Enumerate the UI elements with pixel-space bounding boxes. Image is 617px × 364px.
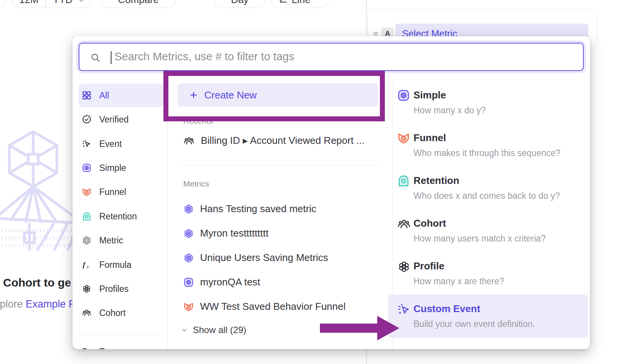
sidebar-item-funnel[interactable]: Funnel xyxy=(79,180,163,204)
type-desc-custom-event: Build your own event definition. xyxy=(413,319,535,329)
sidebar-divider xyxy=(79,334,163,334)
type-title-profile[interactable]: Profile xyxy=(413,260,444,272)
chevron-down-icon xyxy=(181,326,188,334)
retention-icon xyxy=(397,174,410,187)
show-all-button[interactable]: Show all (29) xyxy=(181,325,246,335)
saved-metric-icon xyxy=(183,253,194,263)
line-label: Line xyxy=(292,0,310,6)
saved-metric-icon xyxy=(183,204,194,214)
metric-list-item[interactable]: WW Test Saved Behavior Funnel xyxy=(183,301,346,312)
annotation-highlight-box xyxy=(163,71,385,121)
metric-item-label: WW Test Saved Behavior Funnel xyxy=(200,301,346,312)
sidebar-item-verified[interactable]: Verified xyxy=(79,108,163,131)
type-desc-simple: How many x do y? xyxy=(413,105,486,116)
section-divider xyxy=(178,165,379,165)
sidebar-item-label: Simple xyxy=(99,163,126,173)
saved-metric-icon xyxy=(183,228,194,239)
sidebar-item-label: Formula xyxy=(99,260,131,270)
sidebar-item-retention[interactable]: Retention xyxy=(79,205,163,228)
sidebar-item-cohort[interactable]: Cohort xyxy=(79,301,163,325)
day-label: Day xyxy=(215,0,264,6)
metric-item-label: Myron testtttttttt xyxy=(200,227,268,239)
funnel-icon xyxy=(397,132,410,145)
text-cursor xyxy=(111,51,111,64)
cohort-icon xyxy=(82,308,92,318)
range-12m-button[interactable]: 12M xyxy=(13,0,45,6)
event-cursor-icon xyxy=(82,139,92,149)
search-icon xyxy=(90,52,101,63)
cohort-icon xyxy=(397,217,411,231)
type-title-retention[interactable]: Retention xyxy=(413,175,459,187)
compare-label: Compare xyxy=(102,0,175,6)
profiles-icon xyxy=(397,260,411,274)
sidebar-item-metric[interactable]: Metric xyxy=(79,229,163,252)
type-desc-funnel: Who makes it through this sequence? xyxy=(413,148,560,158)
grid-icon xyxy=(82,90,92,100)
range-ytd-button[interactable]: YTD xyxy=(45,0,80,6)
metric-list-item[interactable]: myronQA test xyxy=(183,276,260,288)
tag-icon xyxy=(82,347,92,349)
annotation-arrow xyxy=(317,313,402,343)
retention-icon xyxy=(82,211,92,221)
sidebar-item-label: Metric xyxy=(99,235,123,246)
recent-item-label: Billing ID ▸ Account Viewed Report ... xyxy=(201,135,365,147)
metric-list-item[interactable]: Unique Users Saving Metrics xyxy=(183,252,328,264)
search-placeholder: Search Metrics, use # to filter to tags xyxy=(115,50,294,63)
app-screen: 12M YTD Compare Day Line A Select Metric xyxy=(0,0,617,364)
metric-item-label: myronQA test xyxy=(200,276,260,288)
metric-search-input[interactable]: Search Metrics, use # to filter to tags xyxy=(79,43,584,71)
granularity-day-button[interactable]: Day xyxy=(215,0,265,8)
sidebar-item-label: Tags xyxy=(99,347,118,350)
type-desc-cohort: How many users match x criteria? xyxy=(413,234,546,244)
sidebar-item-label: Funnel xyxy=(99,187,126,197)
type-desc-profile: How many x are there? xyxy=(413,276,504,287)
date-range-segmented-control[interactable]: 12M YTD xyxy=(12,0,91,8)
profiles-icon xyxy=(82,284,92,294)
background-illustration xyxy=(0,123,75,251)
metric-list-item[interactable]: Hans Testing saved metric xyxy=(183,203,316,215)
svg-text:f: f xyxy=(83,261,86,269)
sidebar-item-label: Retention xyxy=(99,211,137,222)
svg-text:x: x xyxy=(86,264,89,269)
sidebar-item-all[interactable]: All xyxy=(79,84,163,107)
sidebar-item-event[interactable]: Event xyxy=(79,132,163,156)
show-all-label: Show all (29) xyxy=(193,325,246,335)
compare-button[interactable]: Compare xyxy=(102,0,175,8)
type-desc-retention: Who does x and comes back to do y? xyxy=(413,191,560,201)
explore-text-fragment: xplore xyxy=(0,298,26,310)
sidebar-item-label: Profiles xyxy=(99,284,129,294)
sidebar-item-label: All xyxy=(99,90,109,101)
sidebar-item-label: Event xyxy=(99,139,122,149)
line-chart-icon xyxy=(279,0,288,4)
chevron-down-icon xyxy=(78,0,84,4)
funnel-icon xyxy=(183,301,194,312)
type-title-cohort[interactable]: Cohort xyxy=(413,217,446,229)
type-title-funnel[interactable]: Funnel xyxy=(413,132,446,144)
metric-item-label: Unique Users Saving Metrics xyxy=(200,252,328,264)
example-reports-link[interactable]: Example R xyxy=(26,298,76,310)
cohort-icon xyxy=(183,135,195,147)
metrics-section-label: Metrics xyxy=(183,179,209,188)
custom-event-highlight[interactable] xyxy=(388,295,588,338)
recent-item[interactable]: Billing ID ▸ Account Viewed Report ... xyxy=(183,135,365,147)
simple-icon xyxy=(397,89,410,102)
funnel-icon xyxy=(82,187,92,197)
empty-state-headline-fragment: Cohort to ge xyxy=(3,276,71,289)
verified-badge-icon xyxy=(82,114,92,124)
type-title-simple[interactable]: Simple xyxy=(413,89,446,101)
metric-icon xyxy=(82,235,92,245)
toolbar-stub-button[interactable] xyxy=(0,0,5,8)
simple-icon xyxy=(183,277,194,288)
chart-type-line-button[interactable]: Line xyxy=(271,0,328,8)
sidebar-item-label: Verified xyxy=(99,114,129,125)
type-title-custom-event[interactable]: Custom Event xyxy=(413,303,480,315)
formula-icon: fx xyxy=(82,260,92,270)
metric-list-item[interactable]: Myron testtttttttt xyxy=(183,227,268,239)
sidebar-item-label: Cohort xyxy=(99,308,126,318)
simple-icon xyxy=(82,163,92,173)
sidebar-item-formula[interactable]: fx Formula xyxy=(79,253,163,277)
sidebar-item-tags[interactable]: Tags xyxy=(79,340,163,349)
metric-item-label: Hans Testing saved metric xyxy=(200,203,316,215)
sidebar-item-profiles[interactable]: Profiles xyxy=(79,277,163,301)
sidebar-item-simple[interactable]: Simple xyxy=(79,156,163,180)
